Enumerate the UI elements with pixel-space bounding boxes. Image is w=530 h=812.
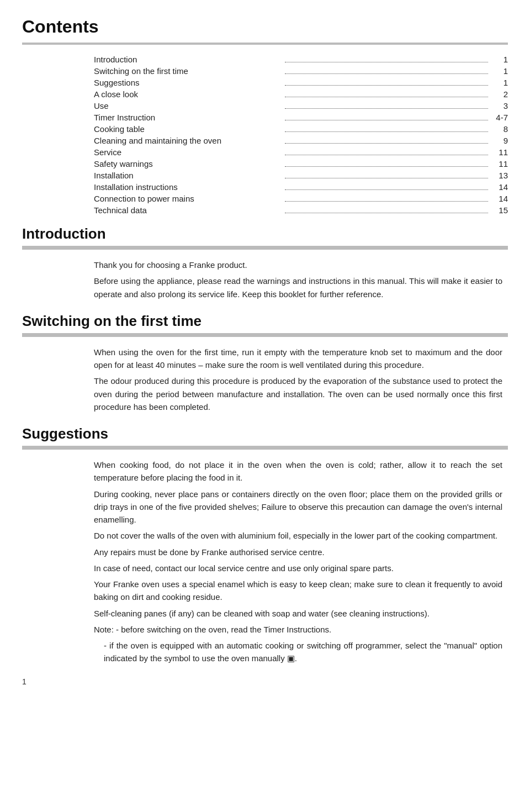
toc-item-label: Installation instructions xyxy=(94,182,282,192)
toc-item-label: Use xyxy=(94,101,282,110)
intro-paragraph: Thank you for choosing a Franke product. xyxy=(94,259,502,271)
toc-dots xyxy=(285,189,488,190)
toc-item-label: A close look xyxy=(94,89,282,99)
toc-dots xyxy=(285,62,488,62)
suggestions-paragraph: - if the oven is equipped with an automa… xyxy=(104,639,502,665)
toc-item-label: Introduction xyxy=(94,55,282,64)
toc-item-label: Connection to power mains xyxy=(94,194,282,203)
toc-page-number: 11 xyxy=(491,159,508,168)
toc-page-number: 11 xyxy=(491,147,508,157)
toc-item-label: Timer Instruction xyxy=(94,113,282,122)
toc-dots xyxy=(285,178,488,178)
suggestions-body: When cooking food, do not place it in th… xyxy=(94,458,502,665)
toc-dots xyxy=(285,73,488,74)
toc-dots xyxy=(285,131,488,132)
toc-item: Use3 xyxy=(94,101,508,111)
toc-item-label: Installation xyxy=(94,171,282,180)
toc-item: Safety warnings11 xyxy=(94,159,508,169)
toc-item: Cleaning and maintaining the oven9 xyxy=(94,136,508,146)
toc-item: Timer Instruction4-7 xyxy=(94,113,508,123)
page-number: 1 xyxy=(22,677,508,686)
top-divider xyxy=(22,43,508,45)
suggestions-heading: Suggestions xyxy=(22,425,508,442)
suggestions-divider xyxy=(22,446,508,450)
introduction-divider xyxy=(22,246,508,250)
toc-item: Suggestions1 xyxy=(94,78,508,88)
toc-dots xyxy=(285,108,488,109)
toc-item: Switching on the first time1 xyxy=(94,66,508,76)
switching-paragraph: The odour produced during this procedure… xyxy=(94,375,502,413)
toc-item-label: Cooking table xyxy=(94,124,282,134)
suggestions-paragraph: Any repairs must be done by Franke autho… xyxy=(94,546,502,558)
toc-page-number: 14 xyxy=(491,182,508,192)
toc-page-number: 4-7 xyxy=(491,113,508,122)
switching-body: When using the oven for the first time, … xyxy=(94,346,502,413)
toc-page-number: 1 xyxy=(491,66,508,76)
toc-dots xyxy=(285,97,488,97)
table-of-contents: Introduction1Switching on the first time… xyxy=(94,55,508,215)
suggestions-paragraph: During cooking, never place pans or cont… xyxy=(94,488,502,526)
toc-page-number: 8 xyxy=(491,124,508,134)
toc-item-label: Service xyxy=(94,147,282,157)
toc-dots xyxy=(285,155,488,155)
toc-item: Installation instructions14 xyxy=(94,182,508,192)
toc-page-number: 15 xyxy=(491,205,508,215)
toc-dots xyxy=(285,85,488,86)
switching-paragraph: When using the oven for the first time, … xyxy=(94,346,502,372)
toc-item-label: Switching on the first time xyxy=(94,66,282,76)
toc-page-number: 2 xyxy=(491,89,508,99)
suggestions-paragraph: In case of need, contact our local servi… xyxy=(94,562,502,574)
toc-item: Service11 xyxy=(94,147,508,157)
suggestions-paragraph: Your Franke oven uses a special enamel w… xyxy=(94,578,502,604)
suggestions-paragraph: Note: - before switching on the oven, re… xyxy=(94,623,502,636)
toc-item: Introduction1 xyxy=(94,55,508,65)
toc-item-label: Cleaning and maintaining the oven xyxy=(94,136,282,145)
switching-heading: Switching on the first time xyxy=(22,313,508,330)
toc-item: Technical data15 xyxy=(94,205,508,215)
toc-item: A close look2 xyxy=(94,89,508,99)
toc-dots xyxy=(285,213,488,213)
toc-dots xyxy=(285,166,488,167)
intro-paragraph: Before using the appliance, please read … xyxy=(94,275,502,300)
toc-page-number: 3 xyxy=(491,101,508,110)
introduction-heading: Introduction xyxy=(22,225,508,242)
toc-item-label: Safety warnings xyxy=(94,159,282,168)
toc-dots xyxy=(285,120,488,120)
toc-page-number: 9 xyxy=(491,136,508,145)
toc-dots xyxy=(285,201,488,202)
toc-page-number: 1 xyxy=(491,78,508,87)
switching-divider xyxy=(22,333,508,337)
toc-page-number: 13 xyxy=(491,171,508,180)
toc-item: Cooking table8 xyxy=(94,124,508,134)
toc-dots xyxy=(285,143,488,144)
toc-item-label: Suggestions xyxy=(94,78,282,87)
toc-item-label: Technical data xyxy=(94,205,282,215)
suggestions-paragraph: When cooking food, do not place it in th… xyxy=(94,458,502,484)
toc-item: Installation13 xyxy=(94,171,508,181)
toc-page-number: 1 xyxy=(491,55,508,64)
toc-page-number: 14 xyxy=(491,194,508,203)
toc-item: Connection to power mains14 xyxy=(94,194,508,204)
suggestions-paragraph: Do not cover the walls of the oven with … xyxy=(94,529,502,542)
suggestions-paragraph: Self-cleaning panes (if any) can be clea… xyxy=(94,607,502,620)
page-title: Contents xyxy=(22,17,508,37)
introduction-body: Thank you for choosing a Franke product.… xyxy=(94,259,502,300)
